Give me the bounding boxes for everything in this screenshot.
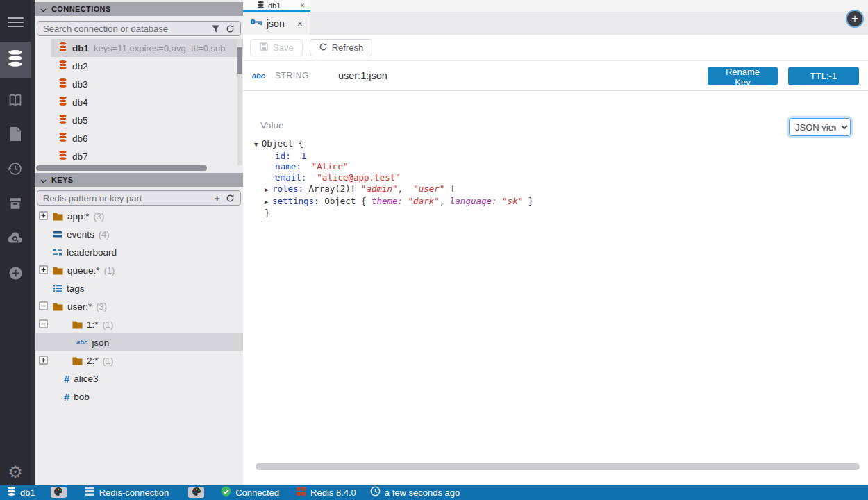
ttl-button[interactable]: TTL:-1 <box>788 67 859 85</box>
json-token <box>301 161 312 172</box>
new-tab-button[interactable]: + <box>846 10 864 28</box>
connections-section-header[interactable]: CONNECTIONS <box>35 2 243 16</box>
database-list-item[interactable]: db5 <box>35 111 243 129</box>
key-tree-label: app:* <box>67 211 90 222</box>
sidebar-item-logs[interactable] <box>0 120 31 151</box>
clock-icon <box>370 486 381 499</box>
expand-plus-icon[interactable] <box>39 356 48 365</box>
key-tree-item[interactable]: 2:*(1) <box>35 351 243 369</box>
database-list-item[interactable]: db7 <box>35 147 243 165</box>
status-version-label: Redis 8.4.0 <box>310 488 356 498</box>
status-connection[interactable]: Redis-connection <box>85 486 169 499</box>
book-icon <box>7 92 24 111</box>
key-tree-item[interactable]: events(4) <box>35 225 243 243</box>
key-count-badge: (1) <box>103 356 114 366</box>
save-floppy-icon <box>259 42 269 53</box>
settings-button[interactable]: ⚙ <box>0 457 31 488</box>
tab-key-json[interactable]: json × <box>243 12 310 35</box>
rename-key-button[interactable]: Rename Key <box>708 67 778 85</box>
json-token <box>254 172 275 183</box>
sidebar-item-databases[interactable] <box>0 42 31 78</box>
json-line: ▶ settings: Object { theme: "dark", lang… <box>254 196 533 208</box>
refresh-button[interactable]: Refresh <box>310 39 373 56</box>
color-palette-badge[interactable] <box>188 487 204 498</box>
collapse-minus-icon[interactable] <box>39 301 48 310</box>
db-name: db4 <box>72 97 88 108</box>
refresh-connections-icon[interactable] <box>226 24 235 33</box>
sidebar-item-archive[interactable] <box>0 190 31 220</box>
status-db-selector[interactable]: db1 <box>7 486 35 499</box>
db-name: db6 <box>72 133 88 144</box>
close-icon[interactable]: × <box>300 1 305 10</box>
key-tree-label: 1:* <box>87 319 99 330</box>
json-token <box>254 161 275 172</box>
key-type-label: STRING <box>275 71 309 81</box>
connections-vscrollbar[interactable] <box>237 39 242 165</box>
key-tree-label: 2:* <box>87 356 99 366</box>
keys-section-header[interactable]: KEYS <box>35 173 243 187</box>
key-tree-item[interactable]: #bob <box>35 388 243 406</box>
database-list-item[interactable]: db2 <box>35 57 243 75</box>
status-bar: db1 Redis-connection Connected Redis 8.4… <box>0 485 868 500</box>
json-token <box>306 172 317 183</box>
key-count-badge: (4) <box>99 229 110 240</box>
key-count-badge: (3) <box>96 301 107 312</box>
status-db-label: db1 <box>20 488 35 498</box>
collapse-minus-icon[interactable] <box>39 319 48 328</box>
key-tree-item[interactable]: tags <box>35 279 243 297</box>
save-button[interactable]: Save <box>250 39 303 56</box>
json-token: } <box>523 196 533 206</box>
add-key-icon[interactable]: + <box>214 193 220 203</box>
db-icon <box>58 78 67 90</box>
color-palette-badge[interactable] <box>51 487 67 498</box>
key-tree-item[interactable]: app:*(3) <box>35 207 243 225</box>
connection-search-input[interactable] <box>43 24 206 34</box>
database-list-item[interactable]: db6 <box>35 129 243 147</box>
database-list-item[interactable]: db4 <box>35 93 243 111</box>
refresh-keys-icon[interactable] <box>226 194 235 203</box>
status-redis-version: Redis 8.4.0 <box>296 486 356 499</box>
sidebar-item-new-connection[interactable] <box>0 259 31 290</box>
expand-plus-icon[interactable] <box>39 211 48 220</box>
tab-connection-db1[interactable]: db1 × <box>243 0 310 12</box>
server-icon <box>85 486 95 499</box>
key-search-box: + <box>37 190 241 206</box>
database-list-item[interactable]: db3 <box>35 75 243 93</box>
db-icon <box>58 150 67 162</box>
key-tree-item[interactable]: abcjson <box>35 333 243 351</box>
expand-toggle-icon[interactable]: ▶ <box>265 199 272 206</box>
folder-icon <box>72 320 83 329</box>
db-name: db3 <box>72 79 88 90</box>
sidebar-item-cloud-search[interactable] <box>0 224 31 255</box>
key-search-input[interactable] <box>43 193 208 203</box>
key-tree-item[interactable]: queue:*(1) <box>35 261 243 279</box>
db-name: db7 <box>72 151 88 162</box>
database-list-item[interactable]: db1keys=11,expires=0,avg_ttl=0,sub <box>51 39 243 57</box>
content-hscrollbar[interactable] <box>256 463 860 470</box>
vscrollbar-thumb[interactable] <box>237 47 242 74</box>
view-selector[interactable]: JSON view <box>789 118 851 136</box>
expand-plus-icon[interactable] <box>39 265 48 274</box>
json-token: , <box>440 196 450 206</box>
key-count-badge: (1) <box>104 265 115 276</box>
filter-funnel-icon[interactable] <box>211 24 220 33</box>
close-icon[interactable]: × <box>297 19 303 28</box>
sidebar-item-docs[interactable] <box>0 86 31 117</box>
key-tree-item[interactable]: #alice3 <box>35 369 243 388</box>
json-token: Object { <box>319 196 372 206</box>
sidebar-item-history[interactable] <box>0 155 31 185</box>
key-tree-item[interactable]: user:*(3) <box>35 297 243 315</box>
expand-toggle-icon[interactable]: ▶ <box>265 186 272 193</box>
expand-toggle-icon[interactable]: ▼ <box>254 141 262 148</box>
key-tree-item[interactable]: leaderboard <box>35 243 243 261</box>
menu-icon[interactable] <box>0 7 31 38</box>
chevron-down-icon <box>40 3 47 15</box>
rail-resize-gutter[interactable] <box>31 0 35 485</box>
json-token: "user" <box>413 183 444 194</box>
json-token <box>254 151 275 161</box>
connections-hscrollbar[interactable] <box>36 165 207 171</box>
json-token <box>254 183 265 194</box>
json-token: "Alice" <box>312 161 349 172</box>
json-token: id: <box>275 151 291 161</box>
key-tree-item[interactable]: 1:*(1) <box>35 315 243 333</box>
